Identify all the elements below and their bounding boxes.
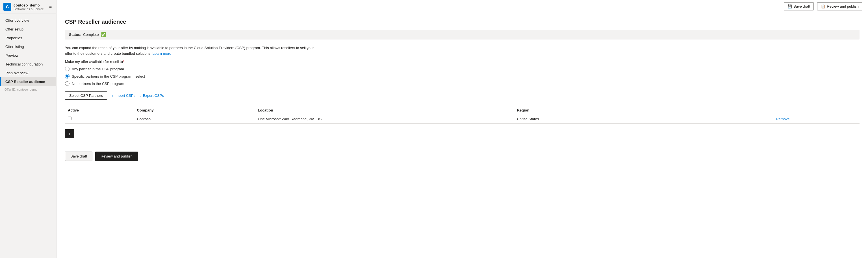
sidebar-header: C contoso_demo Software as a Service ≡ — [0, 0, 56, 14]
radio-group: Any partner in the CSP program Specific … — [65, 67, 860, 86]
sidebar-item-technical-configuration[interactable]: Technical configuration — [0, 60, 56, 69]
sidebar-brand-subtitle: Software as a Service — [13, 7, 44, 11]
save-draft-icon: 💾 — [787, 4, 792, 8]
col-header-active: Active — [65, 106, 134, 114]
sidebar-item-csp-reseller-audience[interactable]: CSP Reseller audience — [0, 77, 56, 86]
row-company-cell: Contoso — [134, 114, 255, 124]
col-header-company: Company — [134, 106, 255, 114]
sidebar-nav: Offer overview Offer setup Properties Of… — [0, 14, 56, 258]
radio-no-partners-input[interactable] — [65, 81, 69, 86]
sidebar-item-offer-listing[interactable]: Offer listing — [0, 42, 56, 51]
topbar-save-draft-button[interactable]: 💾 Save draft — [784, 2, 814, 10]
sidebar-item-offer-overview[interactable]: Offer overview — [0, 16, 56, 25]
review-and-publish-button[interactable]: Review and publish — [95, 152, 138, 161]
sidebar-collapse-button[interactable]: ≡ — [48, 4, 53, 10]
row-action-cell: Remove — [773, 114, 860, 124]
page-content: CSP Reseller audience Status: Complete ✅… — [57, 13, 868, 258]
status-label: Status: — [69, 32, 82, 37]
page-button-1[interactable]: 1 — [65, 129, 74, 138]
sidebar-item-plan-overview[interactable]: Plan overview — [0, 69, 56, 77]
topbar: 💾 Save draft 📋 Review and publish — [57, 0, 868, 13]
logo-letter: C — [6, 4, 9, 9]
save-draft-button[interactable]: Save draft — [65, 152, 92, 161]
radio-any-partner-input[interactable] — [65, 67, 69, 71]
status-check-icon: ✅ — [101, 32, 106, 37]
export-csps-button[interactable]: ↓ Export CSPs — [140, 93, 164, 98]
table-actions-row: Select CSP Partners ↑ Import CSPs ↓ Expo… — [65, 92, 860, 100]
sidebar-item-offer-setup[interactable]: Offer setup — [0, 25, 56, 34]
radio-no-partners: No partners in the CSP program — [65, 81, 860, 86]
radio-any-partner: Any partner in the CSP program — [65, 67, 860, 71]
row-location-cell: One Microsoft Way, Redmond, WA, US — [255, 114, 514, 124]
radio-no-partners-label[interactable]: No partners in the CSP program — [72, 82, 124, 86]
import-csps-button[interactable]: ↑ Import CSPs — [112, 93, 135, 98]
row-active-checkbox[interactable] — [68, 117, 71, 120]
row-active-cell — [65, 114, 134, 124]
topbar-actions: 💾 Save draft 📋 Review and publish — [784, 2, 862, 10]
select-csp-partners-button[interactable]: Select CSP Partners — [65, 92, 107, 100]
sidebar-brand-info: contoso_demo Software as a Service — [13, 3, 44, 11]
remove-partner-button[interactable]: Remove — [776, 117, 789, 121]
pagination: 1 — [65, 129, 860, 138]
export-label: Export CSPs — [143, 93, 164, 98]
partners-table-head: Active Company Location Region — [65, 106, 860, 114]
learn-more-link[interactable]: Learn more — [153, 52, 171, 56]
import-label: Import CSPs — [115, 93, 135, 98]
radio-any-partner-label[interactable]: Any partner in the CSP program — [72, 67, 124, 71]
import-icon: ↑ — [112, 93, 114, 98]
radio-specific-partners-label[interactable]: Specific partners in the CSP program I s… — [72, 74, 145, 78]
sidebar-item-properties[interactable]: Properties — [0, 34, 56, 42]
partners-table: Active Company Location Region Contoso O… — [65, 106, 860, 124]
description-text: You can expand the reach of your offer b… — [65, 45, 319, 56]
sidebar: C contoso_demo Software as a Service ≡ O… — [0, 0, 57, 258]
col-header-location: Location — [255, 106, 514, 114]
field-required-marker: * — [123, 60, 124, 64]
topbar-review-publish-button[interactable]: 📋 Review and publish — [817, 2, 862, 10]
field-label: Make my offer available for resell to* — [65, 60, 860, 64]
export-icon: ↓ — [140, 93, 142, 98]
topbar-review-publish-label: Review and publish — [827, 4, 859, 8]
status-value: Complete — [83, 32, 99, 37]
radio-specific-partners-input[interactable] — [65, 74, 69, 78]
sidebar-logo: C — [3, 3, 11, 11]
sidebar-item-preview[interactable]: Preview — [0, 51, 56, 60]
table-header-row: Active Company Location Region — [65, 106, 860, 114]
main-content: 💾 Save draft 📋 Review and publish CSP Re… — [57, 0, 868, 258]
description-content: You can expand the reach of your offer b… — [65, 46, 314, 56]
partners-table-body: Contoso One Microsoft Way, Redmond, WA, … — [65, 114, 860, 124]
status-bar: Status: Complete ✅ — [65, 30, 860, 39]
row-region-cell: United States — [514, 114, 773, 124]
page-title: CSP Reseller audience — [65, 19, 860, 25]
sidebar-brand-name: contoso_demo — [13, 3, 44, 7]
field-label-text: Make my offer available for resell to — [65, 60, 123, 64]
topbar-save-draft-label: Save draft — [794, 4, 810, 8]
review-publish-icon: 📋 — [821, 4, 825, 8]
table-row: Contoso One Microsoft Way, Redmond, WA, … — [65, 114, 860, 124]
radio-specific-partners: Specific partners in the CSP program I s… — [65, 74, 860, 78]
col-header-action — [773, 106, 860, 114]
col-header-region: Region — [514, 106, 773, 114]
sidebar-offer-id: Offer ID: contoso_demo — [0, 86, 56, 93]
bottom-actions: Save draft Review and publish — [65, 147, 860, 165]
